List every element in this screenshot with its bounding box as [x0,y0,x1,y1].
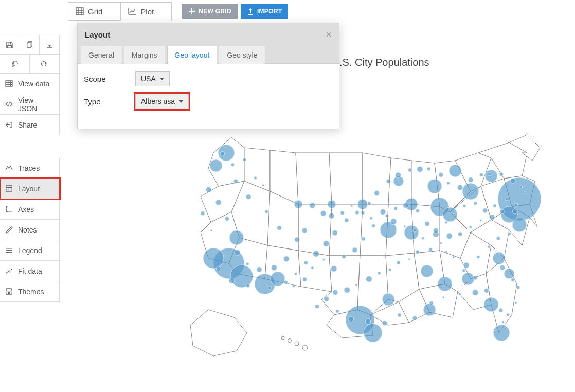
svg-point-58 [229,278,235,283]
us-map[interactable] [183,130,543,371]
svg-point-69 [355,211,360,215]
sidebar-item-layout[interactable]: Layout [0,179,60,199]
svg-point-112 [412,316,417,320]
tab-plot[interactable]: Plot [120,2,172,21]
svg-point-51 [210,229,212,231]
svg-point-23 [493,325,510,341]
svg-point-157 [474,202,477,205]
svg-point-102 [355,283,357,286]
svg-point-122 [473,276,477,280]
svg-point-133 [362,237,366,241]
svg-point-52 [201,211,205,216]
close-icon[interactable]: × [326,29,332,40]
svg-point-120 [494,328,496,330]
svg-point-153 [433,228,438,233]
sidebar-item-viewjson[interactable]: View JSON [0,94,60,115]
svg-point-98 [397,261,400,264]
svg-point-144 [340,211,345,215]
sidebar-label: Legend [18,246,42,255]
copy-icon [26,41,33,49]
svg-point-44 [231,163,235,167]
svg-point-93 [446,233,452,239]
svg-point-148 [380,209,386,215]
svg-point-105 [324,296,329,301]
sidebar-item-axes[interactable]: Axes [0,199,60,220]
svg-point-57 [283,256,289,262]
svg-point-12 [229,230,244,245]
svg-point-100 [378,272,381,275]
panel-tab-margins[interactable]: Margins [124,46,165,64]
fitdata-icon [5,267,13,275]
svg-point-101 [366,276,372,282]
svg-point-158 [483,208,488,213]
svg-point-40 [438,277,452,291]
tab-grid[interactable]: Grid [68,2,120,21]
svg-point-55 [257,267,262,272]
save-button[interactable] [0,35,20,54]
sidebar-item-traces[interactable]: Traces [0,158,60,179]
axes-icon [5,205,13,213]
svg-point-161 [512,209,517,214]
redo-button[interactable] [30,55,59,73]
svg-point-145 [351,205,353,207]
import-button[interactable]: IMPORT [241,4,288,19]
svg-point-63 [294,273,297,275]
svg-point-136 [331,266,337,272]
svg-point-74 [408,168,412,172]
chevron-down-icon [160,78,164,80]
svg-point-99 [388,268,391,271]
layout-icon [5,185,13,192]
svg-point-151 [413,229,416,232]
svg-point-173 [246,194,251,200]
svg-point-160 [505,198,508,201]
svg-point-72 [386,179,390,183]
svg-point-135 [342,255,346,258]
panel-tab-general[interactable]: General [81,46,122,64]
sidebar-item-viewdata[interactable]: View data [0,74,60,94]
copy-button[interactable] [20,35,40,54]
svg-point-81 [479,173,483,176]
type-select[interactable]: Albers usa [135,94,189,109]
svg-point-150 [404,225,406,227]
scope-select[interactable]: USA [135,71,170,86]
svg-point-22 [512,218,527,232]
download-button[interactable] [40,35,59,54]
panel-tab-geostyle[interactable]: Geo style [219,46,265,64]
svg-point-142 [320,210,326,216]
svg-point-45 [243,158,246,161]
sidebar-item-fitdata[interactable]: Fit data [0,261,60,281]
save-icon [6,41,13,49]
svg-point-94 [440,242,442,244]
type-value: Albers usa [141,97,175,105]
svg-point-174 [265,210,268,213]
sidebar-item-share[interactable]: Share [0,115,60,135]
svg-point-76 [427,167,430,171]
svg-point-152 [422,237,424,239]
svg-point-4 [281,336,284,340]
svg-point-53 [235,250,240,255]
svg-point-147 [370,217,372,220]
chart-title: .S. City Populations [339,57,429,68]
sidebar-label: Fit data [18,267,42,275]
svg-point-46 [254,176,257,180]
new-grid-button[interactable]: NEW GRID [182,4,238,19]
svg-point-27 [427,179,442,193]
grid-icon [5,80,13,87]
svg-point-34 [328,200,336,208]
svg-point-68 [345,218,349,222]
undo-button[interactable] [0,55,30,73]
svg-point-140 [292,284,295,287]
svg-point-82 [488,173,491,176]
sidebar-item-notes[interactable]: Notes [0,220,60,240]
svg-point-149 [390,219,397,225]
svg-point-2 [9,271,10,272]
sidebar-item-legend[interactable]: Legend [0,240,60,261]
scope-value: USA [141,75,156,83]
svg-point-177 [302,228,307,233]
svg-point-80 [468,177,473,183]
svg-point-103 [344,287,350,293]
svg-point-125 [445,251,448,253]
svg-point-108 [348,316,354,322]
sidebar-item-themes[interactable]: Themes [0,281,60,302]
panel-tab-geolayout[interactable]: Geo layout [167,46,218,64]
